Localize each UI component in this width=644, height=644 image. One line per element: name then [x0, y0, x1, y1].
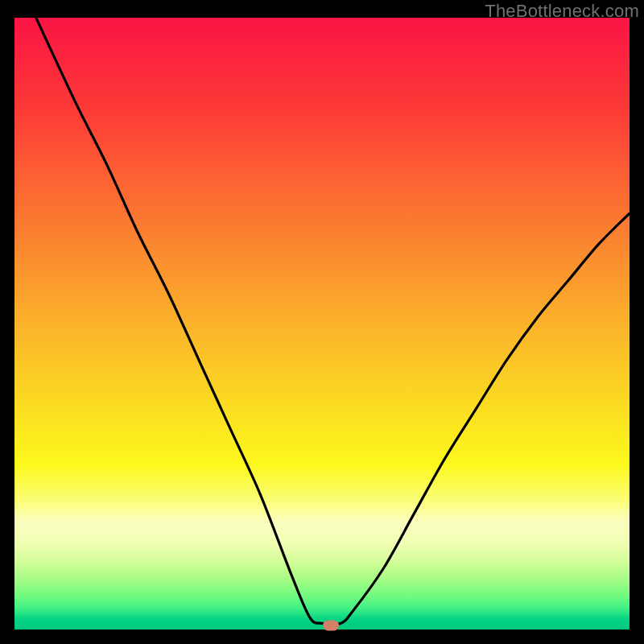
- watermark: TheBottleneck.com: [485, 1, 639, 22]
- chart-container: TheBottleneck.com: [0, 0, 644, 644]
- plot-area: [14, 18, 630, 630]
- optimum-marker: [323, 620, 339, 630]
- bottleneck-curve: [14, 18, 630, 630]
